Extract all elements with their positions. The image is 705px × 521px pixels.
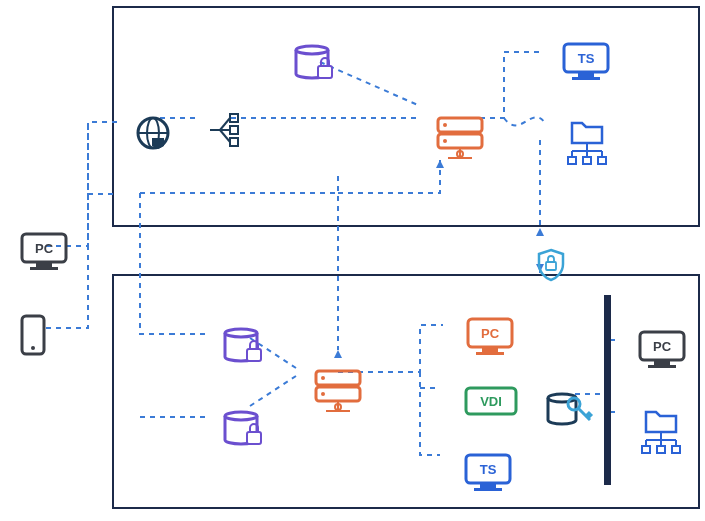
connection — [140, 160, 440, 193]
svg-rect-5 — [36, 262, 52, 267]
svg-rect-68 — [648, 365, 676, 368]
svg-text:PC: PC — [653, 339, 672, 354]
svg-rect-45 — [247, 432, 261, 444]
svg-point-44 — [225, 412, 257, 420]
svg-rect-31 — [572, 77, 600, 80]
svg-rect-40 — [598, 157, 606, 164]
connection — [420, 372, 440, 455]
svg-rect-6 — [30, 267, 58, 270]
svg-point-25 — [443, 139, 447, 143]
svg-point-24 — [443, 123, 447, 127]
file-share-icon — [568, 123, 606, 164]
svg-text:TS: TS — [578, 51, 595, 66]
database-key-icon — [548, 394, 592, 424]
zone-lower — [113, 275, 699, 508]
terminal-server-icon: TS — [564, 44, 608, 80]
svg-rect-60 — [480, 483, 496, 488]
firewall-icon — [604, 295, 611, 485]
connection — [46, 122, 88, 328]
database-lock-icon — [225, 329, 261, 361]
connection — [250, 376, 296, 406]
svg-marker-1 — [536, 228, 544, 236]
globe-secure-icon — [138, 118, 168, 149]
database-lock-icon — [296, 46, 332, 78]
svg-rect-55 — [476, 352, 504, 355]
svg-rect-17 — [230, 126, 238, 134]
connection — [504, 117, 545, 125]
nodes-group: PCTSPCVDITSPC — [22, 44, 684, 491]
connection — [320, 62, 420, 106]
svg-rect-41 — [546, 262, 556, 270]
svg-point-49 — [321, 392, 325, 396]
svg-text:TS: TS — [480, 462, 497, 477]
svg-rect-63 — [604, 295, 611, 485]
pc-icon: PC — [640, 332, 684, 368]
svg-rect-36 — [568, 157, 576, 164]
pc-icon: PC — [468, 319, 512, 355]
svg-rect-21 — [318, 66, 332, 78]
file-share-icon — [642, 412, 680, 453]
svg-point-42 — [225, 329, 257, 337]
svg-line-18 — [220, 130, 230, 142]
connection — [460, 52, 539, 118]
svg-marker-3 — [334, 350, 342, 358]
svg-rect-75 — [657, 446, 665, 453]
terminal-server-icon: TS — [466, 455, 510, 491]
svg-rect-54 — [482, 347, 498, 352]
svg-rect-67 — [654, 360, 670, 365]
svg-rect-38 — [583, 157, 591, 164]
connection — [46, 122, 120, 246]
svg-text:VDI: VDI — [480, 394, 502, 409]
svg-text:PC: PC — [481, 326, 500, 341]
svg-marker-0 — [436, 160, 444, 168]
svg-rect-77 — [672, 446, 680, 453]
svg-rect-30 — [578, 72, 594, 77]
svg-point-9 — [31, 346, 35, 350]
database-lock-icon — [225, 412, 261, 444]
svg-rect-61 — [474, 488, 502, 491]
server-icon — [316, 371, 360, 411]
client-mobile-icon — [22, 316, 44, 354]
connection — [338, 325, 443, 372]
svg-text:PC: PC — [35, 241, 54, 256]
architecture-diagram: PCTSPCVDITSPC — [0, 0, 705, 521]
svg-point-20 — [296, 46, 328, 54]
svg-point-48 — [321, 376, 325, 380]
svg-rect-73 — [642, 446, 650, 453]
client-pc-icon: PC — [22, 234, 66, 270]
vdi-icon: VDI — [466, 388, 516, 414]
svg-rect-43 — [247, 349, 261, 361]
connection — [140, 193, 170, 334]
server-icon — [438, 118, 482, 158]
svg-rect-19 — [230, 138, 238, 146]
svg-line-14 — [220, 118, 230, 130]
connections — [46, 52, 620, 455]
